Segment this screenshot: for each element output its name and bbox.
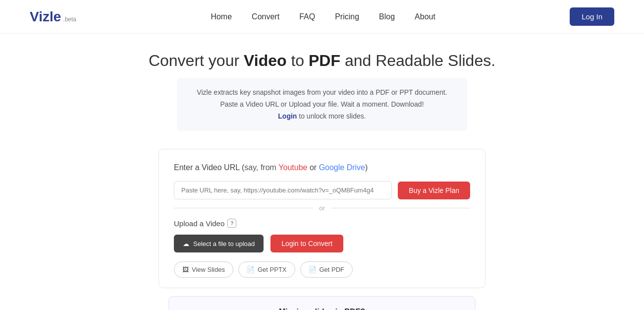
divider-line-left bbox=[174, 208, 313, 208]
hero-desc-line1: Vizle extracts key snapshot images from … bbox=[197, 88, 447, 96]
nav-faq[interactable]: FAQ bbox=[299, 12, 315, 21]
view-slides-button[interactable]: 🖼 View Slides bbox=[174, 261, 233, 278]
hero-title-pdf: PDF bbox=[309, 52, 340, 69]
nav-blog[interactable]: Blog bbox=[379, 12, 395, 21]
url-input[interactable] bbox=[174, 181, 392, 199]
upload-section-title: Upload a Video ? bbox=[174, 219, 470, 228]
gdrive-link[interactable]: Google Drive bbox=[319, 163, 365, 172]
pptx-icon: 📄 bbox=[247, 266, 255, 273]
get-pdf-label: Get PDF bbox=[320, 266, 345, 273]
login-button[interactable]: Log In bbox=[570, 7, 614, 26]
upload-title-text: Upload a Video bbox=[174, 219, 224, 228]
hero-title-to: to bbox=[287, 52, 309, 69]
card-title-or: or bbox=[308, 163, 319, 172]
get-pptx-button[interactable]: 📄 Get PPTX bbox=[238, 261, 295, 278]
pdf-icon: 📄 bbox=[309, 266, 317, 273]
nav-home[interactable]: Home bbox=[211, 12, 232, 21]
hero-section: Convert your Video to PDF and Readable S… bbox=[0, 34, 644, 141]
upload-icon: ☁ bbox=[183, 240, 189, 248]
url-row: Buy a Vizle Plan bbox=[174, 181, 470, 199]
logo-beta: .beta bbox=[63, 16, 76, 23]
hero-login-link[interactable]: Login bbox=[278, 112, 297, 120]
nav-convert[interactable]: Convert bbox=[252, 12, 279, 21]
get-pptx-label: Get PPTX bbox=[258, 266, 287, 273]
hero-title-plain: Convert your bbox=[149, 52, 244, 69]
youtube-link[interactable]: Youtube bbox=[278, 163, 307, 172]
bottom-actions: 🖼 View Slides 📄 Get PPTX 📄 Get PDF bbox=[174, 261, 470, 278]
hero-desc-line2: Paste a Video URL or Upload your file. W… bbox=[220, 100, 424, 108]
view-slides-label: View Slides bbox=[192, 266, 225, 273]
get-pdf-button[interactable]: 📄 Get PDF bbox=[300, 261, 353, 278]
nav-about[interactable]: About bbox=[415, 12, 435, 21]
hero-title: Convert your Video to PDF and Readable S… bbox=[10, 52, 634, 70]
hero-title-end: and Readable Slides. bbox=[340, 52, 495, 69]
missing-slides-card: Missing slides in PDF? Make sure you Log… bbox=[168, 296, 476, 310]
hero-desc-line3-post: to unlock more slides. bbox=[297, 112, 366, 120]
login-convert-button[interactable]: Login to Convert bbox=[270, 235, 343, 252]
main-card: Enter a Video URL (say, from Youtube or … bbox=[159, 149, 485, 288]
divider-or: or bbox=[319, 204, 325, 212]
help-icon: ? bbox=[227, 219, 236, 228]
hero-title-video: Video bbox=[244, 52, 287, 69]
main-nav: Home Convert FAQ Pricing Blog About bbox=[211, 12, 435, 21]
header: Vizle .beta Home Convert FAQ Pricing Blo… bbox=[0, 0, 644, 34]
logo-area: Vizle .beta bbox=[30, 9, 76, 25]
buy-plan-button[interactable]: Buy a Vizle Plan bbox=[398, 182, 470, 199]
slides-icon: 🖼 bbox=[182, 266, 189, 273]
card-title-pre: Enter a Video URL (say, from bbox=[174, 163, 278, 172]
card-title: Enter a Video URL (say, from Youtube or … bbox=[174, 163, 470, 172]
card-title-close: ) bbox=[365, 163, 368, 172]
hero-description: Vizle extracts key snapshot images from … bbox=[177, 78, 467, 131]
select-file-label: Select a file to upload bbox=[193, 240, 255, 248]
missing-slides-title: Missing slides in PDF? bbox=[189, 308, 455, 310]
logo-text: Vizle bbox=[30, 9, 61, 25]
nav-pricing[interactable]: Pricing bbox=[335, 12, 359, 21]
select-file-button[interactable]: ☁ Select a file to upload bbox=[174, 235, 264, 252]
divider-row: or bbox=[174, 204, 470, 212]
divider-line-right bbox=[331, 208, 470, 208]
action-row: ☁ Select a file to upload Login to Conve… bbox=[174, 235, 470, 252]
